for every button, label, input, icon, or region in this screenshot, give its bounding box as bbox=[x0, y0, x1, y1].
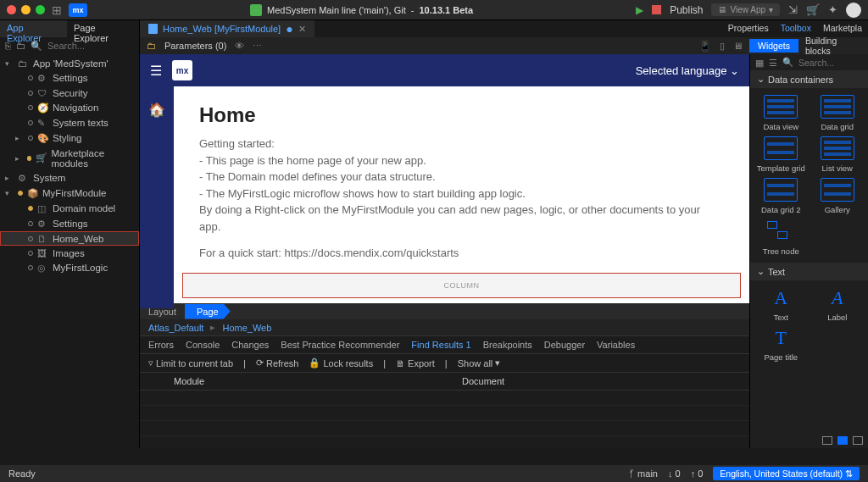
tree-myfirstlogic[interactable]: ◎MyFirstLogic bbox=[0, 260, 139, 275]
close-tab-icon[interactable]: ✕ bbox=[298, 24, 306, 35]
tab-bpr[interactable]: Best Practice Recommender bbox=[281, 340, 399, 350]
run-icon[interactable]: ▶ bbox=[636, 4, 643, 16]
layout-icon-1[interactable] bbox=[822, 436, 832, 445]
tree-navigation[interactable]: 🧭Navigation bbox=[0, 100, 139, 115]
tab-find-results[interactable]: Find Results 1 bbox=[411, 340, 470, 350]
breadcrumb-home-web[interactable]: Home_Web bbox=[222, 323, 271, 333]
list-view-icon[interactable]: ☰ bbox=[769, 58, 777, 68]
phone-icon[interactable]: 📱 bbox=[699, 41, 711, 52]
view-app-button[interactable]: 🖥View App▾ bbox=[711, 3, 780, 16]
tab-properties[interactable]: Properties bbox=[722, 20, 775, 37]
column-module[interactable]: Module bbox=[174, 376, 462, 386]
tree-security[interactable]: 🛡Security bbox=[0, 86, 139, 100]
tree-system-texts[interactable]: ✎System texts bbox=[0, 115, 139, 130]
show-all-dropdown[interactable]: Show all ▾ bbox=[458, 357, 501, 368]
git-incoming: ↓ 0 bbox=[668, 468, 681, 479]
editor-tab-home-web[interactable]: Home_Web [MyFirstModule] ● ✕ bbox=[140, 20, 314, 37]
quickstart-link-text: For a quick start: https://docs.mendix.c… bbox=[199, 245, 724, 262]
tree-root[interactable]: ▾🗀App 'MedSystem' bbox=[0, 56, 139, 70]
search-icon: 🔍 bbox=[31, 41, 42, 52]
title-app-name: MedSystem Main line ('main'), Git bbox=[267, 5, 406, 15]
layout-icon-3[interactable] bbox=[853, 436, 863, 445]
language-dropdown[interactable]: English, United States (default) ⇅ bbox=[713, 467, 860, 480]
home-icon[interactable]: 🏠 bbox=[148, 102, 165, 308]
search-icon: 🔍 bbox=[782, 57, 793, 68]
tree-settings[interactable]: ⚙Settings bbox=[0, 70, 139, 86]
page-heading: Home bbox=[199, 103, 724, 127]
intro-line-2: - The Domain model defines your data str… bbox=[199, 169, 724, 186]
toolbox-search-input[interactable] bbox=[798, 58, 849, 68]
intro-line-1: - This page is the home page of your new… bbox=[199, 152, 724, 169]
apps-grid-icon[interactable]: ⊞ bbox=[52, 3, 62, 17]
cart-icon[interactable]: 🛒 bbox=[806, 3, 820, 16]
tab-debugger[interactable]: Debugger bbox=[544, 340, 585, 350]
tab-app-explorer[interactable]: App Explorer bbox=[0, 20, 67, 37]
page-icon bbox=[148, 24, 158, 34]
column-document[interactable]: Document bbox=[462, 376, 741, 386]
tab-breakpoints[interactable]: Breakpoints bbox=[483, 340, 532, 350]
status-ready: Ready bbox=[8, 468, 36, 479]
tab-changes[interactable]: Changes bbox=[231, 340, 269, 350]
window-close[interactable] bbox=[7, 5, 16, 14]
tree-styling[interactable]: ▸🎨Styling bbox=[0, 130, 139, 146]
subtab-widgets[interactable]: Widgets bbox=[749, 39, 798, 53]
explorer-search-input[interactable] bbox=[47, 41, 115, 51]
selected-language-dropdown[interactable]: Selected language ⌄ bbox=[636, 64, 739, 77]
widget-data-view[interactable]: Data view bbox=[755, 95, 807, 131]
group-text[interactable]: ⌄Text bbox=[750, 263, 868, 280]
table-row bbox=[140, 391, 749, 406]
tree-home-web[interactable]: 🗋Home_Web bbox=[0, 231, 139, 246]
refresh-button[interactable]: ⟳ Refresh bbox=[256, 357, 299, 368]
column-placeholder[interactable]: COLUMN bbox=[182, 273, 741, 298]
tablet-icon[interactable]: ▯ bbox=[720, 41, 725, 52]
widget-gallery[interactable]: Gallery bbox=[812, 178, 864, 214]
mx-app-logo: mx bbox=[172, 60, 192, 80]
widget-page-title[interactable]: TPage title bbox=[755, 327, 807, 362]
table-row bbox=[140, 406, 749, 421]
widget-data-grid-2[interactable]: Data grid 2 bbox=[755, 178, 807, 214]
link-icon[interactable]: ⇲ bbox=[788, 3, 798, 16]
tab-page-explorer[interactable]: Page Explorer bbox=[67, 20, 139, 37]
tree-myfirstmodule[interactable]: ▾📦MyFirstModule bbox=[0, 186, 139, 201]
widget-data-grid[interactable]: Data grid bbox=[812, 95, 864, 131]
breadcrumb-page[interactable]: Page bbox=[185, 304, 231, 319]
window-minimize[interactable] bbox=[21, 5, 31, 14]
more-icon[interactable]: ⋯ bbox=[253, 41, 262, 52]
desktop-icon[interactable]: 🖥 bbox=[733, 41, 743, 51]
grid-view-icon[interactable]: ▦ bbox=[755, 58, 764, 68]
layout-icon-2[interactable] bbox=[837, 436, 848, 445]
group-data-containers[interactable]: ⌄Data containers bbox=[750, 70, 868, 88]
breadcrumb-atlas[interactable]: Atlas_Default bbox=[148, 323, 203, 333]
tree-domain-model[interactable]: ◫Domain model bbox=[0, 201, 139, 216]
publish-button[interactable]: Publish bbox=[670, 4, 703, 16]
hamburger-icon[interactable]: ☰ bbox=[150, 63, 162, 79]
tree-module-settings[interactable]: ⚙Settings bbox=[0, 216, 139, 231]
git-outgoing: ↑ 0 bbox=[691, 468, 704, 479]
plugin-icon[interactable]: ✦ bbox=[828, 3, 837, 16]
tree-system[interactable]: ▸⚙System bbox=[0, 170, 139, 186]
limit-to-tab-toggle[interactable]: ▿ Limit to current tab bbox=[148, 357, 233, 368]
user-avatar[interactable] bbox=[846, 3, 861, 18]
widget-label[interactable]: ALabel bbox=[812, 287, 864, 322]
tab-console[interactable]: Console bbox=[186, 340, 220, 350]
intro-line-3: - The MyFirstLogic microflow shows how t… bbox=[199, 186, 724, 202]
widget-list-view[interactable]: List view bbox=[812, 136, 864, 173]
lock-results-button[interactable]: 🔒 Lock results bbox=[309, 357, 373, 368]
getting-started-label: Getting started: bbox=[199, 136, 724, 152]
tree-images[interactable]: 🖼Images bbox=[0, 246, 139, 260]
tab-errors[interactable]: Errors bbox=[148, 340, 174, 350]
new-folder-icon[interactable]: 🗀 bbox=[16, 41, 25, 51]
stop-icon[interactable] bbox=[652, 5, 661, 14]
export-button[interactable]: 🗎 Export bbox=[396, 358, 435, 368]
page-canvas[interactable]: Home Getting started: - This page is the… bbox=[174, 86, 749, 303]
visibility-icon[interactable]: 👁 bbox=[235, 41, 244, 51]
window-maximize[interactable] bbox=[36, 5, 45, 14]
tree-marketplace-modules[interactable]: ▸🛒Marketplace modules bbox=[0, 146, 139, 170]
git-branch[interactable]: ᚶ main bbox=[629, 468, 658, 479]
widget-template-grid[interactable]: Template grid bbox=[755, 136, 807, 173]
widget-tree-node[interactable]: Tree node bbox=[755, 219, 807, 256]
parameters-label[interactable]: Parameters (0) bbox=[164, 41, 226, 51]
new-file-icon[interactable]: ⎘ bbox=[5, 41, 11, 51]
tab-variables[interactable]: Variables bbox=[597, 340, 635, 350]
widget-text[interactable]: AText bbox=[755, 287, 807, 322]
